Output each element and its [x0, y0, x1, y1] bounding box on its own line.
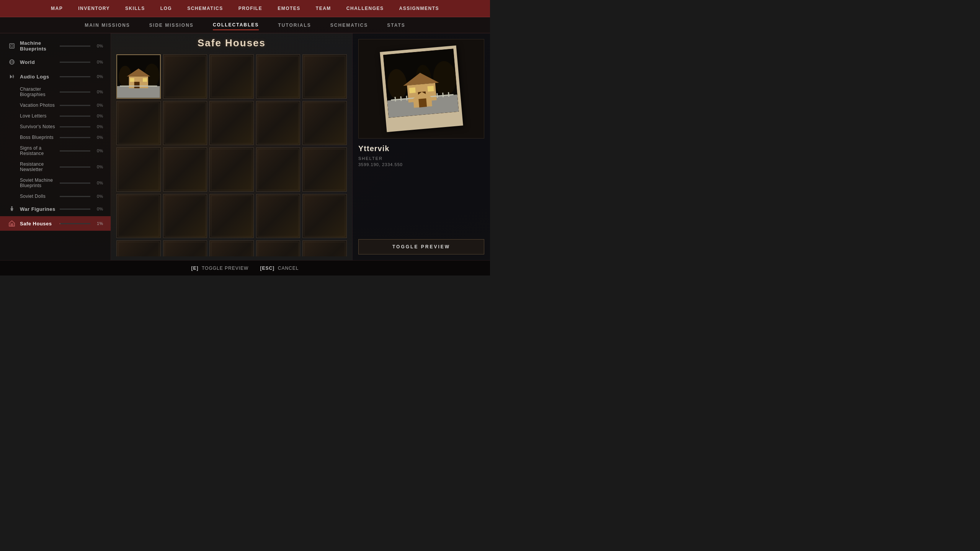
- tab-schematics[interactable]: SCHEMATICS: [330, 21, 368, 30]
- photo-slot[interactable]: [163, 240, 207, 256]
- sidebar-item-vacation-photos[interactable]: Vacation Photos 0%: [0, 100, 111, 111]
- photo-slot[interactable]: [209, 240, 254, 256]
- boss-blueprints-progress: [60, 137, 90, 138]
- resistance-newsletter-label: Resistance Newsletter: [20, 161, 60, 172]
- love-letters-progress: [60, 116, 90, 117]
- world-progress: [60, 62, 90, 63]
- svg-rect-18: [130, 78, 134, 82]
- sidebar-item-war-figurines[interactable]: War Figurines 0%: [0, 202, 111, 216]
- svg-rect-20: [120, 86, 157, 87]
- sidebar-item-survivors-notes[interactable]: Survivor's Notes 0%: [0, 121, 111, 132]
- photo-slot[interactable]: [256, 240, 301, 256]
- nav-challenges[interactable]: CHALLENGES: [346, 6, 384, 11]
- photo-slot[interactable]: [116, 101, 161, 145]
- sidebar-item-world[interactable]: World 0%: [0, 55, 111, 69]
- photo-slot[interactable]: [116, 54, 161, 99]
- safe-houses-progress: [60, 223, 90, 224]
- photo-slot[interactable]: [209, 147, 254, 192]
- nav-schematics[interactable]: SCHEMATICS: [187, 6, 223, 11]
- tab-tutorials[interactable]: TUTORIALS: [278, 21, 311, 30]
- polaroid-inner: [383, 49, 459, 117]
- audio-logs-progress: [60, 76, 90, 77]
- bottom-bar: [E] TOGGLE PREVIEW [ESC] CANCEL: [0, 260, 490, 276]
- photo-slot[interactable]: [209, 194, 254, 238]
- sidebar: Machine Blueprints 0% World 0%: [0, 33, 111, 260]
- signs-resistance-progress: [60, 150, 90, 152]
- resistance-newsletter-pct: 0%: [93, 165, 103, 169]
- sidebar-item-love-letters[interactable]: Love Letters 0%: [0, 111, 111, 121]
- boss-blueprints-label: Boss Blueprints: [20, 135, 60, 140]
- empty-slot-thumb: [303, 55, 346, 98]
- photo-slot[interactable]: [116, 147, 161, 192]
- photo-slot[interactable]: [209, 101, 254, 145]
- soviet-dolls-progress: [60, 196, 90, 197]
- svg-rect-29: [409, 87, 415, 93]
- item-coords: 3599.190, 2334.550: [358, 162, 484, 167]
- photo-slot[interactable]: [209, 54, 254, 99]
- nav-inventory[interactable]: INVENTORY: [78, 6, 110, 11]
- sidebar-item-safe-houses[interactable]: Safe Houses 1%: [0, 216, 111, 231]
- polaroid-preview: [380, 46, 463, 132]
- photo-slot[interactable]: [302, 54, 347, 99]
- machine-blueprints-pct: 0%: [93, 44, 103, 48]
- tab-main-missions[interactable]: MAIN MISSIONS: [85, 21, 130, 30]
- tab-side-missions[interactable]: SIDE MISSIONS: [149, 21, 194, 30]
- photo-slot[interactable]: [302, 101, 347, 145]
- nav-team[interactable]: TEAM: [316, 6, 331, 11]
- safe-houses-label: Safe Houses: [20, 221, 60, 227]
- empty-slot-thumb: [303, 194, 346, 238]
- sidebar-item-audio-logs[interactable]: Audio Logs 0%: [0, 69, 111, 84]
- empty-slot-thumb: [256, 194, 300, 238]
- key-e: [E]: [191, 266, 199, 271]
- empty-slot-thumb: [210, 55, 253, 98]
- nav-profile[interactable]: PROFILE: [238, 6, 263, 11]
- svg-rect-1: [11, 45, 13, 47]
- empty-slot-thumb: [210, 194, 253, 238]
- sidebar-item-resistance-newsletter[interactable]: Resistance Newsletter 0%: [0, 159, 111, 175]
- svg-rect-10: [11, 224, 13, 225]
- hint-cancel: [ESC] CANCEL: [260, 266, 299, 271]
- toggle-preview-button[interactable]: TOGGLE PREVIEW: [358, 239, 484, 254]
- empty-slot-thumb: [256, 241, 300, 256]
- sidebar-item-signs-of-resistance[interactable]: Signs of a Resistance 0%: [0, 143, 111, 159]
- nav-assignments[interactable]: ASSIGNMENTS: [399, 6, 439, 11]
- photo-slot[interactable]: [163, 101, 207, 145]
- nav-map[interactable]: MAP: [51, 6, 63, 11]
- sidebar-item-soviet-machine-blueprints[interactable]: Soviet Machine Blueprints 0%: [0, 175, 111, 191]
- svg-rect-30: [427, 86, 434, 91]
- photo-slot[interactable]: [256, 101, 301, 145]
- photo-slot[interactable]: [163, 147, 207, 192]
- photo-slot[interactable]: [256, 54, 301, 99]
- item-type: SHELTER: [358, 156, 484, 161]
- photo-slot[interactable]: [116, 194, 161, 238]
- photo-slot[interactable]: [302, 147, 347, 192]
- photo-slot[interactable]: [302, 240, 347, 256]
- photo-slot[interactable]: [163, 54, 207, 99]
- polaroid-scene: [383, 49, 459, 117]
- hint2-text: CANCEL: [278, 266, 299, 271]
- photo-grid-container[interactable]: [115, 53, 348, 256]
- svg-rect-0: [10, 44, 14, 48]
- tab-collectables[interactable]: COLLECTABLES: [213, 20, 259, 30]
- photo-slot[interactable]: [302, 194, 347, 238]
- photo-slot[interactable]: [163, 194, 207, 238]
- tab-stats[interactable]: STATS: [387, 21, 405, 30]
- empty-slot-thumb: [163, 101, 207, 145]
- top-navigation: MAP INVENTORY SKILLS LOG SCHEMATICS PROF…: [0, 0, 490, 17]
- photo-slot[interactable]: [256, 147, 301, 192]
- audio-logs-label: Audio Logs: [20, 74, 60, 80]
- boss-blueprints-pct: 0%: [93, 135, 103, 140]
- nav-emotes[interactable]: EMOTES: [278, 6, 301, 11]
- empty-slot-thumb: [117, 148, 160, 191]
- nav-log[interactable]: LOG: [160, 6, 172, 11]
- sidebar-item-soviet-dolls[interactable]: Soviet Dolls 0%: [0, 191, 111, 202]
- sidebar-item-boss-blueprints[interactable]: Boss Blueprints 0%: [0, 132, 111, 143]
- nav-skills[interactable]: SKILLS: [125, 6, 145, 11]
- empty-slot-thumb: [210, 241, 253, 256]
- empty-slot-thumb: [210, 148, 253, 191]
- sidebar-item-machine-blueprints[interactable]: Machine Blueprints 0%: [0, 37, 111, 55]
- vacation-photos-pct: 0%: [93, 103, 103, 108]
- photo-slot[interactable]: [116, 240, 161, 256]
- photo-slot[interactable]: [256, 194, 301, 238]
- sidebar-item-character-biographies[interactable]: Character Biographies 0%: [0, 84, 111, 100]
